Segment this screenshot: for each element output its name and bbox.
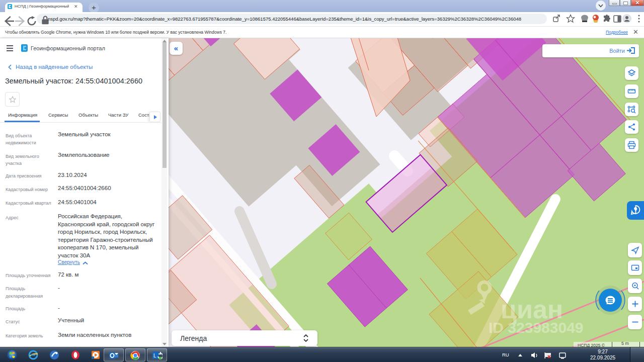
svg-text:L: L [153, 353, 156, 358]
svg-text:ID 323983049: ID 323983049 [489, 319, 584, 336]
